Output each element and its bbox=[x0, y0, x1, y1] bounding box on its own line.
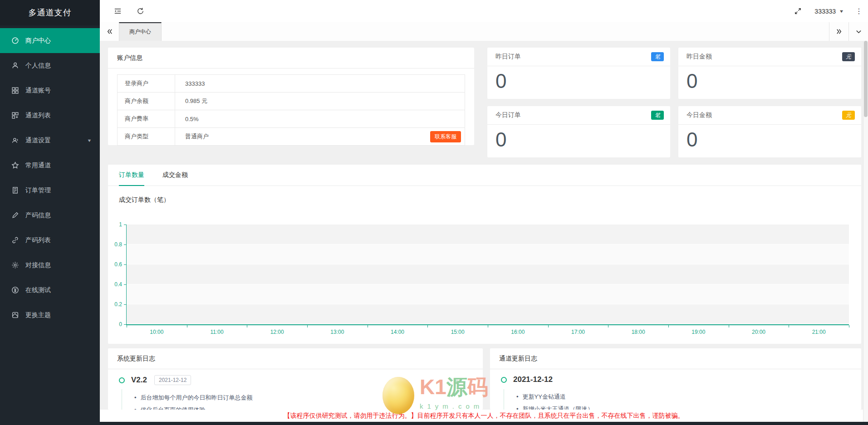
x-axis-tick bbox=[127, 325, 127, 327]
sidebar-item-label: 常用通道 bbox=[25, 161, 51, 170]
sidebar-item-9[interactable]: 对接信息 bbox=[0, 253, 100, 278]
sidebar-item-11[interactable]: 更换主题 bbox=[0, 303, 100, 327]
chart-title: 成交订单数（笔） bbox=[119, 196, 861, 204]
x-axis-label: 12:00 bbox=[270, 329, 284, 335]
y-axis-label: 0 bbox=[119, 321, 122, 327]
y-axis-label: 0.8 bbox=[114, 241, 122, 248]
sidebar-item-label: 产码列表 bbox=[25, 236, 51, 244]
y-axis-tick bbox=[124, 284, 126, 285]
sidebar-item-6[interactable]: 订单管理 bbox=[0, 178, 100, 203]
sidebar-item-4[interactable]: 通道设置▼ bbox=[0, 128, 100, 153]
sidebar-item-10[interactable]: 在线测试 bbox=[0, 278, 100, 303]
tab-merchant-center[interactable]: 商户中心 bbox=[119, 22, 162, 41]
account-row-value: 0.5% bbox=[175, 116, 199, 122]
tabs-scroll-right-icon[interactable] bbox=[829, 22, 848, 41]
menu-fold-icon[interactable] bbox=[113, 6, 123, 16]
account-row-1: 商户余额0.985 元 bbox=[118, 93, 465, 110]
x-axis-tick bbox=[187, 325, 187, 327]
tabs-scroll-left-icon[interactable] bbox=[100, 22, 119, 41]
timeline-date-badge: 2021-12-12 bbox=[154, 375, 191, 385]
sidebar-item-1[interactable]: 个人信息 bbox=[0, 53, 100, 78]
sidebar-item-5[interactable]: 常用通道 bbox=[0, 153, 100, 178]
sidebar-item-2[interactable]: 通道账号 bbox=[0, 78, 100, 103]
system-log-title: 系统更新日志 bbox=[108, 348, 483, 369]
sidebar-item-label: 商户中心 bbox=[25, 37, 51, 45]
stat-card-1: 昨日金额元0 bbox=[678, 48, 861, 99]
tabs-menu-chevron-icon[interactable] bbox=[848, 22, 868, 41]
sidebar: 多通道支付 商户中心个人信息通道账号通道列表通道设置▼常用通道订单管理产码信息产… bbox=[0, 0, 100, 422]
x-axis-label: 15:00 bbox=[451, 329, 465, 335]
y-axis-tick bbox=[124, 264, 126, 265]
stat-card-value: 0 bbox=[678, 125, 861, 151]
sidebar-item-7[interactable]: 产码信息 bbox=[0, 203, 100, 228]
y-axis-label: 0.4 bbox=[114, 281, 122, 288]
x-axis-tick bbox=[247, 325, 247, 327]
x-axis-tick bbox=[849, 325, 849, 327]
refresh-icon[interactable] bbox=[135, 6, 145, 16]
stat-card-header: 今日金额元 bbox=[678, 106, 861, 125]
sidebar-item-0[interactable]: 商户中心 bbox=[0, 28, 100, 53]
x-axis-label: 13:00 bbox=[330, 329, 344, 335]
channel-log-title: 通道更新日志 bbox=[490, 348, 861, 369]
account-row-value: 333333 bbox=[175, 80, 205, 87]
timeline-head: V2.2 bbox=[131, 376, 147, 385]
user-dropdown[interactable]: 333333 ▼ bbox=[814, 8, 843, 15]
system-log-timeline: V2.22021-12-12后台增加每个用户的今日和昨日订单总金额优化后台页面的… bbox=[108, 369, 483, 410]
stat-cards: 昨日订单笔0昨日金额元0今日订单笔0今日金额元0 bbox=[487, 48, 861, 157]
y-axis-label: 0.6 bbox=[114, 261, 122, 268]
stat-card-value: 0 bbox=[487, 66, 670, 93]
timeline-items: 更新YY金钻通道新增小米大王通道（限速） bbox=[516, 391, 850, 410]
footer-warning-text: 【该程序仅供研究测试，请勿用于违法行为。】目前程序开发只有本人一人，不存在团队，… bbox=[284, 412, 684, 420]
y-axis-tick bbox=[124, 244, 126, 245]
sidebar-item-label: 订单管理 bbox=[25, 186, 51, 195]
sidebar-item-label: 对接信息 bbox=[25, 261, 51, 269]
plot-band bbox=[127, 264, 849, 284]
document-icon bbox=[11, 186, 19, 195]
qr-grid-icon bbox=[11, 87, 19, 95]
chart-tab-0[interactable]: 订单数量 bbox=[119, 165, 144, 186]
account-row-3: 商户类型普通商户联系客服 bbox=[118, 128, 465, 145]
x-axis-tick bbox=[488, 325, 488, 327]
sidebar-menu: 商户中心个人信息通道账号通道列表通道设置▼常用通道订单管理产码信息产码列表对接信… bbox=[0, 28, 100, 327]
x-axis-label: 10:00 bbox=[150, 329, 163, 335]
stat-card-header: 昨日订单笔 bbox=[487, 48, 670, 66]
scrollbar-thumb[interactable] bbox=[864, 41, 868, 117]
account-row-label: 登录商户 bbox=[118, 75, 175, 92]
x-axis-label: 17:00 bbox=[571, 329, 585, 335]
yen-circle-icon bbox=[11, 286, 19, 294]
timeline-line bbox=[122, 389, 122, 410]
stat-card-value: 0 bbox=[678, 66, 861, 93]
channel-update-log-card: 通道更新日志 2021-12-12更新YY金钻通道新增小米大王通道（限速） bbox=[490, 348, 861, 410]
header-right: 333333 ▼ ⋮ bbox=[793, 6, 868, 16]
fullscreen-icon[interactable] bbox=[793, 6, 803, 16]
stat-card-0: 昨日订单笔0 bbox=[487, 48, 670, 99]
timeline-item: 后台增加每个用户的今日和昨日订单总金额 bbox=[134, 391, 472, 404]
x-axis-tick bbox=[427, 325, 428, 327]
account-row-value: 0.985 元 bbox=[175, 97, 207, 105]
timeline-item: 新增小米大王通道（限速） bbox=[516, 403, 850, 410]
chart-tab-1[interactable]: 成交金额 bbox=[162, 165, 188, 186]
sidebar-item-label: 通道账号 bbox=[25, 87, 51, 95]
top-header: 333333 ▼ ⋮ bbox=[100, 0, 868, 23]
sidebar-item-3[interactable]: 通道列表 bbox=[0, 103, 100, 128]
y-axis-tick bbox=[124, 324, 126, 325]
x-axis-label: 16:00 bbox=[511, 329, 525, 335]
page-scrollbar[interactable] bbox=[863, 41, 868, 422]
x-axis-tick bbox=[789, 325, 789, 327]
stat-card-3: 今日金额元0 bbox=[678, 106, 861, 157]
contact-support-button[interactable]: 联系客服 bbox=[430, 131, 461, 142]
y-axis-label: 1 bbox=[119, 221, 122, 228]
x-axis-tick bbox=[368, 325, 368, 327]
x-axis-label: 11:00 bbox=[210, 329, 223, 335]
timeline-item: 更新YY金钻通道 bbox=[516, 391, 850, 403]
account-info-card: 账户信息 登录商户333333商户余额0.985 元商户费率0.5%商户类型普通… bbox=[108, 48, 474, 145]
x-axis-label: 19:00 bbox=[691, 329, 705, 335]
sidebar-item-8[interactable]: 产码列表 bbox=[0, 228, 100, 253]
stat-card-header: 昨日金额元 bbox=[678, 48, 861, 66]
more-vertical-icon[interactable]: ⋮ bbox=[855, 9, 862, 14]
account-row-label: 商户费率 bbox=[118, 110, 175, 127]
stat-card-badge: 笔 bbox=[651, 52, 664, 61]
sidebar-item-label: 在线测试 bbox=[25, 286, 51, 294]
channel-log-timeline: 2021-12-12更新YY金钻通道新增小米大王通道（限速） bbox=[490, 369, 861, 410]
x-axis-label: 21:00 bbox=[812, 329, 826, 335]
